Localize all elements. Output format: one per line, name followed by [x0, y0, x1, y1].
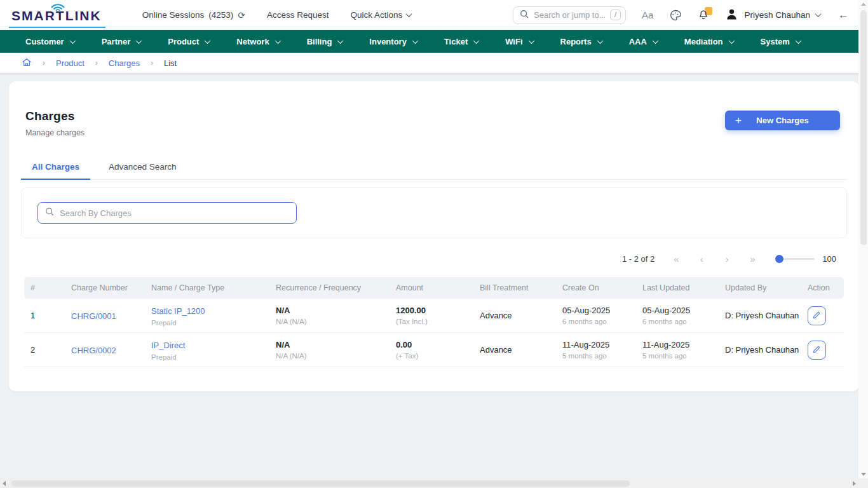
- edit-charge-button[interactable]: [808, 341, 826, 360]
- vertical-scrollbar-thumb[interactable]: [860, 10, 867, 245]
- charge-number-link[interactable]: CHRG/0001: [71, 311, 116, 321]
- global-search[interactable]: /: [513, 6, 626, 24]
- page-subtitle: Manage charges: [25, 128, 843, 137]
- slider-handle[interactable]: [775, 255, 783, 263]
- last-page-button[interactable]: »: [740, 254, 765, 264]
- user-menu[interactable]: Priyesh Chauhan: [725, 8, 820, 23]
- col-action: Action: [801, 283, 844, 292]
- previous-page-button[interactable]: ‹: [689, 254, 714, 264]
- scroll-up-icon[interactable]: [861, 3, 866, 6]
- nav-item-system[interactable]: System: [761, 37, 801, 46]
- theme-palette-icon[interactable]: [669, 9, 682, 22]
- charge-name-link[interactable]: IP_Direct: [151, 341, 185, 350]
- nav-item-inventory[interactable]: Inventory: [369, 37, 417, 46]
- user-avatar-icon: [725, 8, 738, 23]
- nav-item-billing[interactable]: Billing: [307, 37, 343, 46]
- col-updated-by: Updated By: [719, 283, 801, 292]
- amount-note: (Tax Incl.): [396, 318, 473, 325]
- created-ago: 5 months ago: [562, 352, 636, 360]
- edit-charge-button[interactable]: [808, 306, 826, 325]
- nav-item-mediation[interactable]: Mediation: [684, 37, 734, 46]
- col-create-on: Create On: [556, 283, 636, 292]
- pencil-icon: [813, 345, 821, 355]
- nav-item-reports[interactable]: Reports: [560, 37, 602, 46]
- back-arrow-icon[interactable]: ←: [838, 9, 849, 22]
- breadcrumb-separator-icon: ›: [151, 58, 153, 67]
- refresh-icon[interactable]: ⟳: [238, 10, 245, 20]
- nav-item-wifi[interactable]: WiFi: [505, 37, 533, 46]
- online-sessions[interactable]: Online Sessions (4253) ⟳: [142, 10, 245, 20]
- chevron-down-icon: [815, 11, 822, 17]
- next-page-button[interactable]: ›: [714, 254, 740, 264]
- charge-name-link[interactable]: Static IP_1200: [151, 306, 205, 316]
- chevron-down-icon: [795, 37, 801, 44]
- breadcrumb-separator-icon: ›: [43, 58, 45, 67]
- scroll-right-icon[interactable]: [853, 481, 856, 486]
- nav-item-network[interactable]: Network: [236, 37, 280, 46]
- nav-item-ticket[interactable]: Ticket: [444, 37, 478, 46]
- text-size-toggle[interactable]: Aa: [642, 10, 653, 20]
- breadcrumb-charges[interactable]: Charges: [109, 58, 140, 68]
- top-header: SMARTLINK Online Sessions (4253) ⟳ Acces…: [0, 0, 868, 30]
- chevron-down-icon: [337, 37, 344, 44]
- bill-treatment: Advance: [473, 345, 556, 355]
- smartlink-logo[interactable]: SMARTLINK: [9, 3, 105, 28]
- global-search-input[interactable]: [534, 10, 605, 20]
- pagination: 1 - 2 of 2 « ‹ › » 100: [9, 254, 859, 264]
- tab-advanced-search[interactable]: Advanced Search: [98, 156, 187, 179]
- table-header: # Charge Number Name / Charge Type Recur…: [24, 277, 844, 299]
- scroll-left-icon[interactable]: [3, 481, 6, 486]
- quick-actions-menu[interactable]: Quick Actions: [351, 10, 412, 20]
- plus-icon: +: [735, 114, 742, 127]
- home-icon[interactable]: [22, 57, 32, 69]
- updated-on: 05-Aug-2025: [642, 306, 719, 315]
- horizontal-scrollbar-thumb[interactable]: [11, 480, 630, 487]
- nav-item-aaa[interactable]: AAA: [629, 37, 658, 46]
- horizontal-scrollbar[interactable]: [0, 478, 858, 488]
- chevron-down-icon: [406, 11, 412, 17]
- notifications-bell[interactable]: [698, 9, 709, 21]
- page-size-value: 100: [822, 254, 836, 264]
- search-icon: [45, 207, 54, 219]
- search-panel: [21, 187, 847, 238]
- breadcrumb-separator-icon: ›: [95, 58, 98, 67]
- recurrence: N/A: [276, 340, 390, 349]
- row-index: 2: [24, 345, 65, 355]
- nav-item-product[interactable]: Product: [168, 37, 210, 46]
- page-title: Charges: [25, 109, 843, 123]
- amount: 1200.00: [396, 306, 473, 315]
- chevron-down-icon: [473, 37, 480, 44]
- chevron-down-icon: [136, 37, 142, 44]
- col-last-updated: Last Updated: [636, 283, 719, 292]
- col-index: #: [24, 283, 65, 292]
- scroll-down-icon[interactable]: [861, 473, 866, 476]
- breadcrumb-product[interactable]: Product: [56, 58, 85, 68]
- tabs: All Charges Advanced Search: [21, 156, 847, 180]
- charge-number-link[interactable]: CHRG/0002: [71, 346, 116, 355]
- nav-item-partner[interactable]: Partner: [102, 37, 142, 46]
- user-name: Priyesh Chauhan: [744, 10, 810, 20]
- charges-search[interactable]: [37, 202, 297, 224]
- col-amount: Amount: [390, 283, 473, 292]
- first-page-button[interactable]: «: [663, 254, 689, 264]
- chevron-down-icon: [275, 37, 281, 44]
- amount: 0.00: [396, 340, 473, 349]
- breadcrumb: › Product › Charges › List: [0, 53, 868, 73]
- nav-item-customer[interactable]: Customer: [25, 37, 75, 46]
- created-on: 05-Aug-2025: [562, 306, 636, 315]
- tab-all-charges[interactable]: All Charges: [21, 156, 90, 180]
- page-size-slider[interactable]: [775, 255, 815, 263]
- vertical-scrollbar[interactable]: [858, 0, 868, 478]
- online-sessions-label: Online Sessions: [142, 10, 205, 20]
- access-request-link[interactable]: Access Request: [267, 10, 329, 20]
- table-row: 2 CHRG/0002 IP_Direct Prepaid N/A N/A (N…: [24, 333, 844, 367]
- charges-table: # Charge Number Name / Charge Type Recur…: [24, 277, 844, 367]
- updated-on: 11-Aug-2025: [642, 340, 719, 349]
- pencil-icon: [813, 311, 821, 321]
- new-charges-button[interactable]: + New Charges: [725, 111, 840, 130]
- charges-card: Charges Manage charges + New Charges All…: [9, 81, 859, 391]
- charges-search-input[interactable]: [60, 208, 289, 218]
- col-recurrence-frequency: Recurrence / Frequency: [269, 283, 390, 292]
- scrollbar-corner: [858, 478, 868, 488]
- main-navbar: Customer Partner Product Network Billing…: [0, 30, 868, 53]
